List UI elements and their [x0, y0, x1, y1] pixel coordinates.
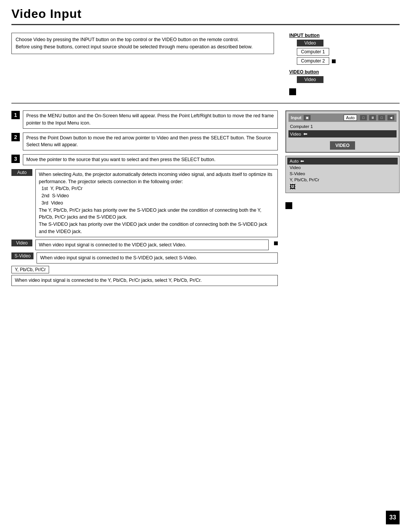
diagram-video-btn: Video	[297, 76, 323, 83]
source-svideo: S-Video	[287, 171, 398, 177]
steps-section: 1 Press the MENU button and the On-Scree…	[11, 110, 400, 286]
panel-icon-monitor: ▣	[304, 115, 311, 120]
page-number: 33	[386, 511, 400, 524]
main-content: Choose Video by pressing the INPUT butto…	[0, 25, 411, 294]
diagram-computer1-row: Computer 1	[297, 48, 400, 56]
diagram-video-btn-row: Video	[297, 76, 400, 83]
video-indicator	[274, 241, 278, 245]
panel-header: Input ▣ Auto □ 🖥 □ ◀	[288, 113, 397, 122]
panel-row-video: Video ⬅	[288, 130, 397, 137]
source-icon-picture: 🖼	[290, 184, 296, 190]
svideo-label: S-Video	[11, 252, 33, 259]
steps-left: 1 Press the MENU button and the On-Scree…	[11, 110, 278, 286]
source-icon-row: 🖼	[287, 183, 398, 191]
section-divider	[11, 103, 400, 104]
source-auto-text: Auto	[290, 159, 299, 163]
video-icon-area: VIDEO	[288, 140, 397, 150]
step-1-text: Press the MENU button and the On-Screen …	[23, 110, 278, 129]
diagram-computer1: Computer 1	[297, 48, 329, 56]
intro-text: Choose Video by pressing the INPUT butto…	[16, 37, 253, 50]
svideo-desc: When video input signal is connected to …	[37, 252, 278, 264]
panel-input-label: Input	[291, 115, 301, 120]
source-svideo-text: S-Video	[290, 171, 305, 176]
input-button-label: INPUT button	[289, 33, 400, 38]
panel-auto-btn: Auto	[344, 115, 357, 121]
diagram-video: Video	[297, 40, 323, 46]
input-diagram-section: INPUT button Video Computer 1 Computer 2…	[285, 33, 400, 95]
source-ypbcb: Y, Pb/Cb, Pr/Cr	[287, 177, 398, 183]
ypbcb-desc: When video input signal is connected to …	[11, 275, 278, 286]
second-indicator-area	[285, 198, 400, 210]
step-3-text: Move the pointer to the source that you …	[23, 154, 278, 165]
computer1-text: Computer 1	[290, 124, 313, 129]
input-diagram-content: INPUT button Video Computer 1 Computer 2…	[285, 33, 400, 95]
source-select-panel: Auto ⬅ Video S-Video Y, Pb/Cb, Pr/Cr 🖼	[285, 156, 400, 193]
video-option: Video When video input signal is connect…	[11, 240, 278, 251]
video-arrow: ⬅	[303, 131, 307, 137]
source-auto-arrow: ⬅	[300, 158, 304, 164]
diagram-video-row: Video	[297, 40, 400, 46]
video-button-label: VIDEO button	[289, 69, 400, 75]
svideo-option: S-Video When video input signal is conne…	[11, 252, 278, 264]
auto-label: Auto	[11, 169, 32, 176]
step-3: 3 Move the pointer to the source that yo…	[11, 154, 278, 165]
input-menu-panel: Input ▣ Auto □ 🖥 □ ◀ Computer 1 Video ⬅	[285, 110, 400, 153]
step-2-number: 2	[11, 133, 20, 141]
step-2-text: Press the Point Down button to move the …	[23, 133, 278, 151]
ypbcb-label: Y, Pb/Cb, Pr/Cr	[11, 266, 49, 273]
computer2-indicator	[332, 59, 336, 63]
diagram-computer2: Computer 2	[297, 57, 329, 65]
intro-section: Choose Video by pressing the INPUT butto…	[11, 33, 274, 95]
second-large-square	[285, 202, 292, 209]
diagram-computer2-row: Computer 2	[297, 57, 400, 65]
large-indicator	[289, 88, 400, 95]
video-label: Video	[11, 240, 32, 246]
source-auto: Auto ⬅	[287, 158, 398, 165]
step-3-number: 3	[11, 155, 20, 163]
panel-row-computer1: Computer 1	[288, 123, 397, 129]
top-section: Choose Video by pressing the INPUT butto…	[11, 33, 400, 95]
panel-icon-1: □	[360, 115, 367, 120]
video-desc: When video input signal is connected to …	[35, 240, 269, 251]
intro-box: Choose Video by pressing the INPUT butto…	[11, 33, 274, 54]
panel-icon-4: ◀	[387, 115, 394, 120]
page-header: Video Input	[0, 0, 411, 21]
step-1: 1 Press the MENU button and the On-Scree…	[11, 110, 278, 129]
panel-icon-2: 🖥	[369, 115, 376, 120]
step-1-number: 1	[11, 111, 20, 119]
video-text: Video	[290, 132, 301, 136]
source-video: Video	[287, 165, 398, 171]
source-ypbcb-text: Y, Pb/Cb, Pr/Cr	[290, 177, 319, 182]
ypbcb-option: Y, Pb/Cb, Pr/Cr When video input signal …	[11, 266, 278, 286]
source-video-text: Video	[290, 165, 301, 170]
panel-icon-3: □	[378, 115, 385, 120]
auto-desc: When selecting Auto, the projector autom…	[35, 169, 278, 237]
auto-option: Auto When selecting Auto, the projector …	[11, 169, 278, 237]
step-2: 2 Press the Point Down button to move th…	[11, 133, 278, 151]
page-title: Video Input	[11, 7, 400, 21]
video-box-label: VIDEO	[330, 141, 355, 150]
ui-mockup-section: Input ▣ Auto □ 🖥 □ ◀ Computer 1 Video ⬅	[285, 110, 400, 286]
